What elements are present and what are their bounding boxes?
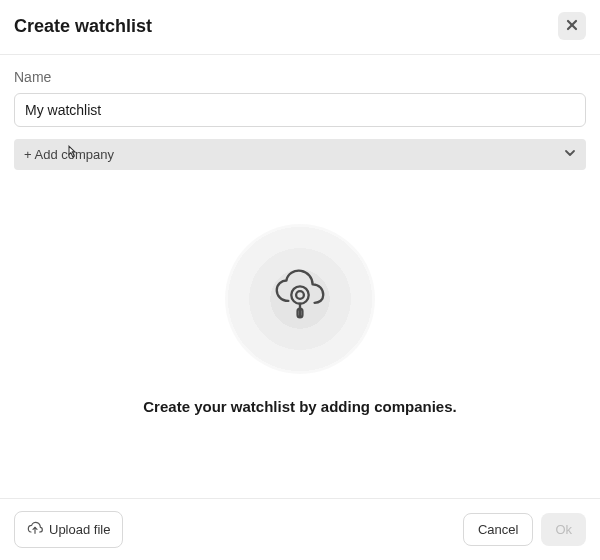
dialog-footer: Upload file Cancel Ok xyxy=(0,498,600,560)
dialog-header: Create watchlist xyxy=(0,0,600,54)
svg-point-2 xyxy=(291,286,308,303)
close-icon xyxy=(565,18,579,35)
cloud-search-icon xyxy=(269,266,331,332)
name-input[interactable] xyxy=(14,93,586,127)
add-company-dropdown[interactable]: + Add company xyxy=(14,139,586,170)
upload-file-label: Upload file xyxy=(49,522,110,537)
ok-button[interactable]: Ok xyxy=(541,513,586,546)
chevron-down-icon xyxy=(564,147,576,162)
name-label: Name xyxy=(14,69,586,85)
cancel-button[interactable]: Cancel xyxy=(463,513,533,546)
svg-point-3 xyxy=(296,291,304,299)
empty-state-message: Create your watchlist by adding companie… xyxy=(143,398,456,415)
footer-actions: Cancel Ok xyxy=(463,513,586,546)
upload-icon xyxy=(27,520,43,539)
empty-state: Create your watchlist by adding companie… xyxy=(14,170,586,498)
empty-illustration xyxy=(225,224,375,374)
dialog-content: Name + Add company Creat xyxy=(0,55,600,498)
add-company-label: + Add company xyxy=(24,147,114,162)
upload-file-button[interactable]: Upload file xyxy=(14,511,123,548)
dialog-title: Create watchlist xyxy=(14,16,152,37)
close-button[interactable] xyxy=(558,12,586,40)
